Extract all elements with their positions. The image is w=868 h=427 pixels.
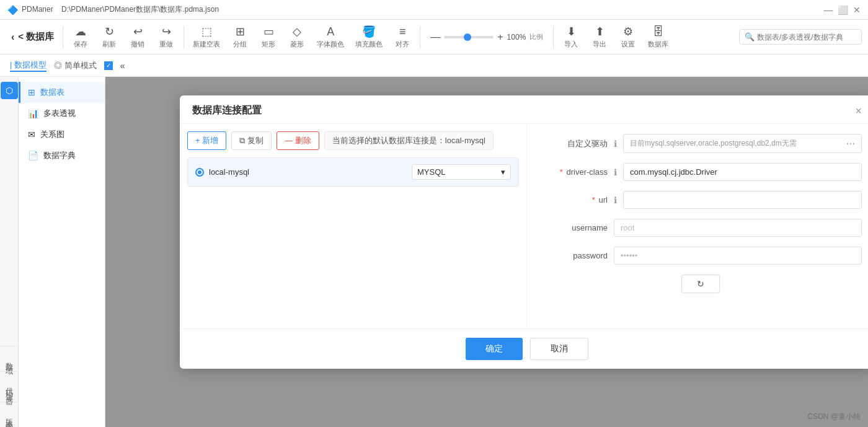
close-icon[interactable]: ✕ — [853, 5, 861, 15]
collapse-panel-button[interactable]: « — [120, 61, 125, 71]
database-icon: 🗄 — [653, 25, 664, 38]
subtoolbar: | 数据模型 ◎ 简单模式 ✓ « — [0, 55, 868, 77]
zoom-slider[interactable] — [444, 36, 494, 38]
app-icon: 🔷 — [7, 5, 18, 15]
driver-class-input[interactable] — [623, 163, 862, 181]
import-button[interactable]: ⬇ 导入 — [557, 22, 585, 51]
multi-view-label: 多表透视 — [43, 108, 76, 119]
custom-driver-info-icon[interactable]: ℹ — [614, 139, 617, 149]
export-icon: ⬆ — [595, 25, 604, 38]
relation-label: 关系图 — [40, 129, 64, 140]
form-row-custom-driver: 自定义驱动 ℹ 目前mysql,sqlserver,oracle,postgre… — [539, 134, 862, 153]
nav-item-relation[interactable]: ✉ 关系图 — [19, 124, 105, 145]
form-row-driver-class: driver-class ℹ — [539, 163, 862, 181]
zoom-plus-button[interactable]: + — [497, 32, 503, 43]
nav-item-data-table[interactable]: ⊞ 数据表 — [19, 82, 105, 103]
cancel-button[interactable]: 取消 — [530, 338, 588, 360]
password-input[interactable] — [614, 247, 862, 265]
sidebar-item-code-gen[interactable]: 代码生成器 — [4, 377, 14, 399]
back-button[interactable]: ‹ < 数据库 — [6, 29, 59, 45]
checkbox-check: ✓ — [106, 62, 111, 69]
shape-button[interactable]: ◇ 菱形 — [283, 22, 311, 51]
dialog-inner-toolbar: + 新增 ⧉ 复制 — 删除 当前选择的默认数据库连接是：local-mysql — [187, 131, 519, 150]
maximize-icon[interactable]: ⬜ — [838, 5, 848, 15]
save-button[interactable]: ☁ 保存 — [67, 22, 94, 51]
url-label-text: url — [599, 195, 608, 205]
type-value: MYSQL — [417, 167, 446, 177]
driver-class-info-icon[interactable]: ℹ — [614, 167, 617, 177]
new-table-button[interactable]: ⬚ 新建空表 — [188, 22, 225, 51]
font-color-icon: A — [327, 25, 334, 38]
align-button[interactable]: ≡ 对齐 — [389, 23, 416, 51]
confirm-button[interactable]: 确定 — [466, 338, 523, 360]
driver-hint-text: 目前mysql,sqlserver,oracle,postgresql,db2,… — [630, 138, 797, 149]
dialog-close-button[interactable]: × — [855, 105, 862, 117]
driver-class-label: driver-class — [539, 167, 608, 177]
dialog-right-panel: 自定义驱动 ℹ 目前mysql,sqlserver,oracle,postgre… — [527, 124, 868, 328]
delete-connection-button[interactable]: — 删除 — [277, 131, 319, 150]
align-icon: ≡ — [399, 25, 406, 38]
custom-driver-label: 自定义驱动 — [539, 138, 608, 149]
copy-connection-button[interactable]: ⧉ 复制 — [231, 131, 272, 150]
url-info-icon[interactable]: ℹ — [614, 195, 617, 205]
list-item[interactable]: local-mysql MYSQL ▾ — [188, 158, 518, 186]
nav-item-multi-view[interactable]: 📊 多表透视 — [19, 103, 105, 124]
current-connection-label: 当前选择的默认数据库连接是：local-mysql — [324, 131, 494, 150]
dict-icon: 📄 — [28, 151, 38, 161]
undo-button[interactable]: ↩ 撤销 — [124, 22, 151, 51]
model-icon: ⬡ — [6, 86, 13, 95]
sidebar-section-data-domain: 数据域 — [0, 346, 18, 369]
save-label: 保存 — [74, 40, 87, 49]
connection-type-select[interactable]: MYSQL ▾ — [412, 164, 511, 180]
refresh-label: 刷新 — [102, 40, 116, 49]
fill-color-label: 填充颜色 — [355, 40, 383, 49]
group-button[interactable]: ⊞ 分组 — [226, 22, 254, 51]
font-color-button[interactable]: A 字体颜色 — [312, 23, 349, 51]
separator-2 — [184, 26, 184, 48]
export-button[interactable]: ⬆ 导出 — [586, 22, 613, 51]
username-label: username — [539, 223, 608, 232]
more-options-icon[interactable]: ⋯ — [846, 139, 855, 149]
sidebar-item-model[interactable]: ⬡ — [1, 82, 18, 99]
data-table-label: 数据表 — [40, 87, 64, 98]
scale-label: 比例 — [529, 32, 543, 42]
import-icon: ⬇ — [567, 25, 576, 38]
simple-mode-label: ◎ 简单模式 — [54, 60, 97, 71]
sidebar-item-version[interactable]: 版本管理 — [4, 407, 14, 427]
zoom-slider-thumb — [464, 33, 471, 41]
data-table-icon: ⊞ — [28, 87, 35, 97]
rect-icon: ▭ — [264, 25, 274, 38]
separator-1 — [63, 26, 63, 48]
simple-mode-checkbox[interactable]: ✓ — [104, 61, 113, 70]
add-connection-button[interactable]: + 新增 — [187, 131, 226, 150]
connection-list: local-mysql MYSQL ▾ — [187, 157, 519, 187]
sidebar-item-data-domain[interactable]: 数据域 — [4, 351, 14, 369]
file-path: D:\PDManer\PDManer数据库\数据库.pdma.json — [61, 5, 219, 14]
username-input[interactable] — [614, 219, 862, 237]
redo-button[interactable]: ↪ 重做 — [153, 22, 180, 51]
align-label: 对齐 — [396, 40, 409, 49]
nav-item-dict[interactable]: 📄 数据字典 — [19, 145, 105, 166]
test-connection-button[interactable]: ↻ — [681, 275, 720, 293]
new-table-label: 新建空表 — [193, 40, 220, 49]
settings-icon: ⚙ — [623, 25, 633, 38]
data-model-tab[interactable]: | 数据模型 — [10, 59, 46, 72]
database-button[interactable]: 🗄 数据库 — [643, 23, 673, 51]
fill-color-button[interactable]: 🪣 填充颜色 — [350, 22, 388, 51]
title-bar-text: PDManer D:\PDManer\PDManer数据库\数据库.pdma.j… — [22, 4, 219, 15]
settings-button[interactable]: ⚙ 设置 — [614, 22, 642, 51]
refresh-button[interactable]: ↻ 刷新 — [95, 22, 123, 51]
rect-button[interactable]: ▭ 矩形 — [255, 22, 282, 51]
zoom-minus-button[interactable]: — — [430, 32, 440, 43]
search-input[interactable] — [757, 33, 856, 42]
separator-4 — [553, 26, 554, 48]
driver-class-label-text: driver-class — [567, 167, 608, 177]
shape-icon: ◇ — [293, 25, 301, 38]
url-input[interactable] — [623, 191, 862, 209]
minimize-icon[interactable]: — — [824, 5, 833, 15]
custom-driver-hint: 目前mysql,sqlserver,oracle,postgresql,db2,… — [623, 134, 862, 153]
search-box[interactable]: 🔍 — [739, 29, 862, 45]
dialog-footer: 确定 取消 — [180, 328, 868, 369]
copy-icon: ⧉ — [239, 136, 245, 146]
title-bar: 🔷 PDManer D:\PDManer\PDManer数据库\数据库.pdma… — [0, 0, 868, 20]
